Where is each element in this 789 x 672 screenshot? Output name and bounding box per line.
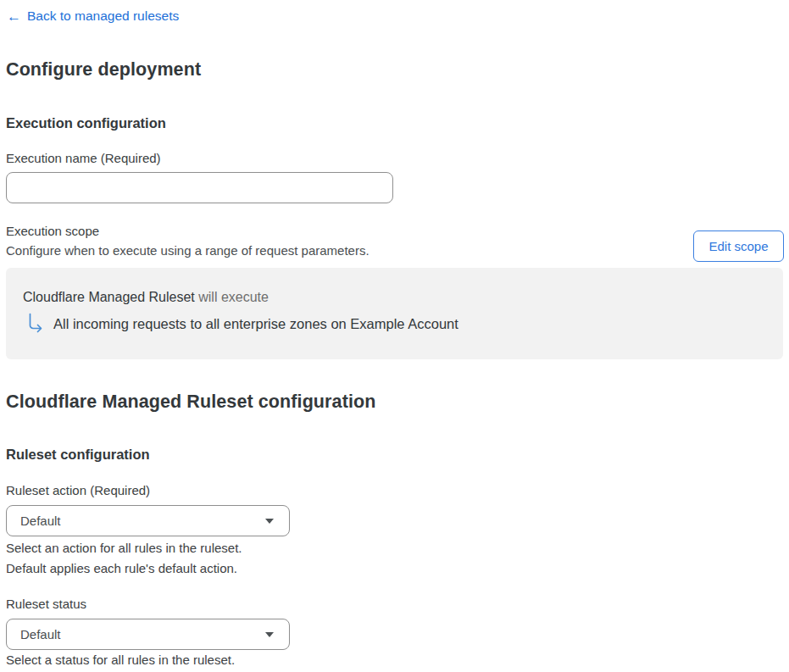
ruleset-action-help-2: Default applies each rule's default acti… — [6, 561, 237, 575]
summary-scope-text: All incoming requests to all enterprise … — [53, 316, 458, 333]
back-arrow-icon: ← — [7, 9, 21, 24]
configure-deployment-page: ← Back to managed rulesets Configure dep… — [0, 0, 789, 672]
back-link[interactable]: ← Back to managed rulesets — [7, 8, 179, 24]
ruleset-action-selected-value: Default — [20, 514, 61, 528]
summary-will-execute: will execute — [198, 290, 269, 304]
execution-name-input[interactable] — [6, 172, 393, 203]
ruleset-action-help-1: Select an action for all rules in the ru… — [6, 541, 242, 555]
summary-headline: Cloudflare Managed Ruleset will execute — [23, 290, 766, 305]
ruleset-action-select[interactable]: Default — [6, 505, 290, 536]
summary-scope-line: All incoming requests to all enterprise … — [27, 313, 766, 333]
ruleset-status-selected-value: Default — [20, 627, 61, 641]
chevron-down-icon — [265, 632, 274, 637]
ruleset-subsection-heading: Ruleset configuration — [6, 447, 150, 463]
back-link-label: Back to managed rulesets — [27, 8, 179, 24]
execution-scope-description: Configure when to execute using a range … — [6, 243, 369, 258]
execution-name-label: Execution name (Required) — [6, 151, 161, 165]
ruleset-status-label: Ruleset status — [6, 597, 86, 611]
indent-arrow-icon — [27, 313, 44, 333]
ruleset-status-help: Select a status for all rules in the rul… — [6, 653, 235, 667]
execution-summary-panel: Cloudflare Managed Ruleset will execute … — [6, 268, 783, 359]
ruleset-action-label: Ruleset action (Required) — [6, 483, 150, 497]
ruleset-configuration-heading: Cloudflare Managed Ruleset configuration — [6, 392, 375, 413]
chevron-down-icon — [265, 519, 274, 524]
edit-scope-button[interactable]: Edit scope — [693, 230, 784, 262]
ruleset-status-select[interactable]: Default — [6, 619, 290, 650]
page-title: Configure deployment — [6, 59, 201, 81]
execution-configuration-heading: Execution configuration — [6, 115, 166, 131]
execution-scope-label: Execution scope — [6, 224, 99, 238]
summary-ruleset-name: Cloudflare Managed Ruleset — [23, 290, 195, 304]
